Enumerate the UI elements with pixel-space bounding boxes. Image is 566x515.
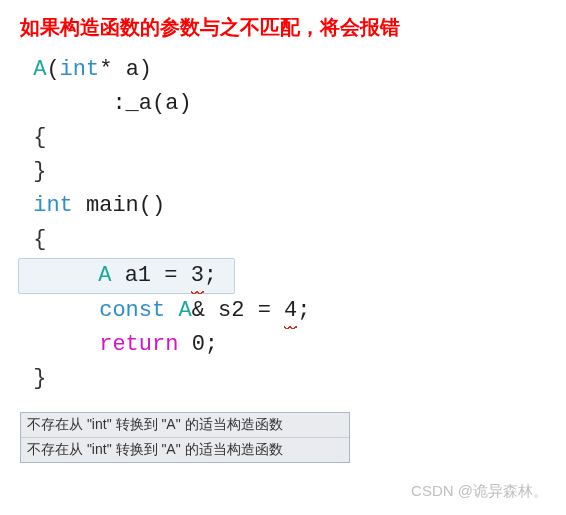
watermark: CSDN @诡异森林。 — [411, 482, 548, 501]
paren-close: ) — [139, 57, 152, 82]
space — [178, 332, 191, 357]
space — [111, 263, 124, 288]
brace-open: { — [33, 125, 46, 150]
class-name: A — [33, 57, 46, 82]
init-list: :_a — [112, 91, 152, 116]
main-fn: main — [86, 193, 139, 218]
error-message: 不存在从 "int" 转换到 "A" 的适当构造函数 — [21, 413, 349, 438]
semicolon: ; — [204, 263, 217, 288]
error-squiggle: 3 — [191, 259, 204, 293]
type-int: int — [33, 193, 73, 218]
code-line-2: :_a(a) — [20, 87, 546, 121]
brace-close: } — [33, 159, 46, 184]
keyword-return: return — [99, 332, 178, 357]
code-line-8: const A& s2 = 4; — [20, 294, 546, 328]
keyword-const: const — [99, 298, 165, 323]
param-a: a — [126, 57, 139, 82]
brace-close: } — [33, 366, 46, 391]
error-panel: 不存在从 "int" 转换到 "A" 的适当构造函数 不存在从 "int" 转换… — [20, 412, 350, 463]
code-line-10: } — [20, 362, 546, 396]
pointer: * — [99, 57, 125, 82]
init-var: a — [165, 91, 178, 116]
code-line-7: A a1 = 3; — [20, 258, 546, 294]
error-message: 不存在从 "int" 转换到 "A" 的适当构造函数 — [21, 438, 349, 462]
space — [73, 193, 86, 218]
error-squiggle: 4 — [284, 294, 297, 328]
class-name: A — [178, 298, 191, 323]
paren-open: ( — [152, 91, 165, 116]
brace-open: { — [33, 227, 46, 252]
semicolon: ; — [205, 332, 218, 357]
code-line-1: A(int* a) — [20, 53, 546, 87]
code-line-3: { — [20, 121, 546, 155]
code-line-9: return 0; — [20, 328, 546, 362]
semicolon: ; — [297, 298, 310, 323]
code-line-4: } — [20, 155, 546, 189]
number-literal: 3 — [191, 263, 204, 288]
paren-close: ) — [178, 91, 191, 116]
type-int: int — [60, 57, 100, 82]
code-line-6: { — [20, 223, 546, 257]
code-snippet: A(int* a) :_a(a) { } int main() { A a1 =… — [20, 53, 546, 396]
var-decl: s2 = — [205, 298, 284, 323]
var-decl: a1 = — [125, 263, 191, 288]
paren-open: ( — [46, 57, 59, 82]
highlighted-line: A a1 = 3; — [18, 258, 235, 294]
number-literal: 4 — [284, 298, 297, 323]
number-literal: 0 — [192, 332, 205, 357]
code-line-5: int main() — [20, 189, 546, 223]
annotation-title: 如果构造函数的参数与之不匹配，将会报错 — [20, 14, 546, 41]
space — [165, 298, 178, 323]
class-name: A — [98, 263, 111, 288]
parens: () — [139, 193, 165, 218]
ref-amp: & — [192, 298, 205, 323]
